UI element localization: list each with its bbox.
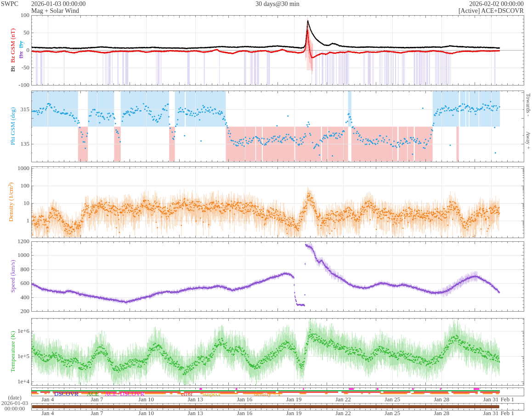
y-tick-label: 1 [4, 217, 29, 224]
y-tick-label: 0 [4, 46, 29, 54]
x-tick-label: Jan 25 [376, 410, 408, 416]
y-tick-label: 100 [4, 11, 29, 19]
y-tick-label: 200 [4, 308, 29, 315]
x-tick-label: Jan 4 [32, 410, 64, 416]
y-tick-label: 100 [4, 182, 29, 189]
y-tick-label: 400 [4, 294, 29, 301]
y-tick-label: 50 [4, 29, 29, 36]
x-tick-label: Feb 1 [491, 410, 523, 416]
y-tick-label: 1000 [4, 251, 29, 259]
y-tick-label: 135 [4, 140, 29, 148]
y-tick-label: 10 [4, 199, 29, 207]
y-tick-label: 1e+6 [4, 327, 29, 335]
x-tick-label: Jan 13 [179, 396, 211, 403]
y-tick-label: 800 [4, 266, 29, 273]
x-tick-label: Jan 4 [32, 396, 64, 403]
x-tick-label: Jan 16 [229, 410, 261, 416]
end-datetime: 2026-02-02 00:00:00 [31, 0, 524, 8]
x-tick-label: Jan 7 [81, 410, 113, 416]
x-tick-label: Jan 19 [278, 410, 310, 416]
y-tick-label: 1000 [4, 165, 29, 172]
axis-label-phi: Phi GSM (deg) [9, 91, 17, 162]
x-tick-label: Jan 13 [179, 410, 211, 416]
x-tick-label: Jan 28 [425, 396, 458, 403]
solarwind-plot-canvas [0, 0, 532, 416]
x-tick-label: Jan 19 [278, 396, 310, 403]
x-tick-label: Jan 10 [130, 396, 162, 403]
footer-start-time: 00:00:00 [0, 405, 29, 412]
y-tick-label: 315 [4, 106, 29, 113]
x-tick-label: Jan 10 [130, 410, 162, 416]
phi-away-label: Away + [525, 131, 532, 149]
brand-label: SWPC [1, 0, 18, 8]
y-tick-label: -100 [4, 81, 29, 89]
x-tick-label: Jan 28 [425, 410, 458, 416]
y-tick-label: 1200 [4, 238, 29, 245]
solar-wind-dashboard: SWPC 2026-01-03 00:00:00 Mag + Solar Win… [0, 0, 532, 416]
y-tick-label: -50 [4, 64, 29, 71]
x-tick-label: Jan 22 [327, 396, 359, 403]
active-source-status: [Active] ACE+DSCOVR [31, 7, 524, 15]
x-tick-label: Jan 7 [81, 396, 113, 403]
x-tick-label: Jan 22 [327, 410, 359, 416]
x-tick-label: Jan 25 [376, 396, 408, 403]
x-tick-label: Feb 1 [491, 396, 523, 403]
y-tick-label: 1e+5 [4, 353, 29, 360]
y-tick-label: 600 [4, 279, 29, 287]
y-tick-label: 1e+4 [4, 378, 29, 385]
x-tick-label: Jan 16 [229, 396, 261, 403]
phi-towards-label: Towards - [525, 93, 532, 116]
